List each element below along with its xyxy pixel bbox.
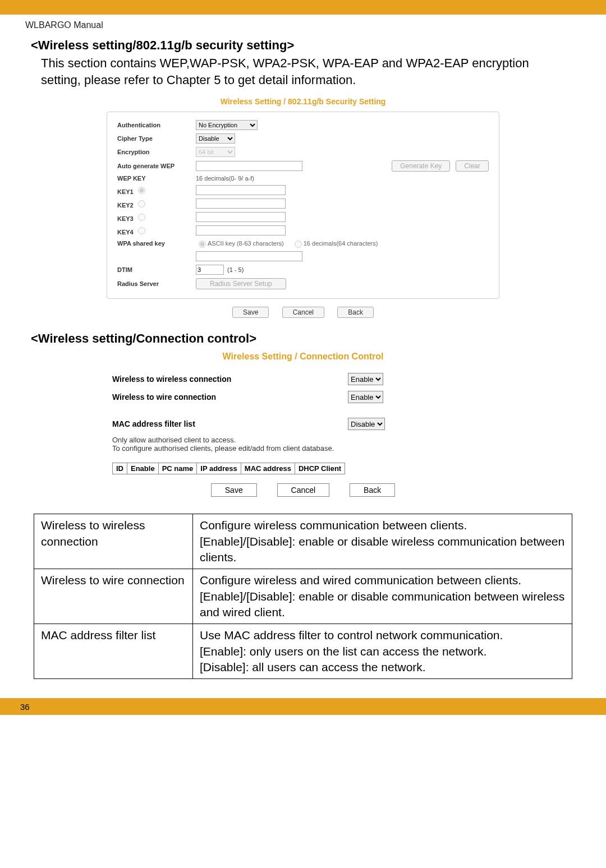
- w2wire-select[interactable]: Enable: [348, 391, 383, 403]
- label-dtim: DTIM: [117, 266, 196, 273]
- encryption-select: 64 bit: [196, 147, 235, 157]
- key2-input[interactable]: [196, 198, 286, 209]
- table-row: MAC address filter list Use MAC address …: [34, 624, 572, 679]
- cancel-button-2[interactable]: Cancel: [277, 483, 330, 497]
- security-setting-panel: Wireless Setting / 802.11g/b Security Se…: [107, 97, 499, 318]
- save-button-2[interactable]: Save: [211, 483, 257, 497]
- back-button[interactable]: Back: [337, 307, 374, 318]
- key1-input[interactable]: [196, 185, 286, 195]
- key4-input[interactable]: [196, 225, 286, 236]
- wpa-hex-radio: [295, 241, 302, 248]
- section-intro: This section contains WEP,WAP-PSK, WPA2-…: [41, 55, 570, 88]
- key2-radio: [138, 200, 145, 207]
- key3-radio: [138, 214, 145, 221]
- table-row: Wireless to wire connection Configure wi…: [34, 569, 572, 624]
- macfilter-note: Only allow authorised client to access. …: [112, 436, 494, 453]
- authentication-select[interactable]: No Encryption: [196, 120, 258, 130]
- desc-text: Configure wireless communication between…: [193, 514, 572, 569]
- key1-radio: [138, 187, 145, 194]
- dtim-input[interactable]: [196, 265, 224, 275]
- key3-input[interactable]: [196, 212, 286, 222]
- label-macfilter: MAC address filter list: [112, 419, 348, 428]
- label-wepkey: WEP KEY: [117, 175, 196, 182]
- description-table: Wireless to wireless connection Configur…: [34, 514, 572, 679]
- label-autogen: Auto generate WEP: [117, 163, 196, 169]
- clear-button[interactable]: Clear: [456, 160, 489, 172]
- cipher-select[interactable]: Disable: [196, 133, 235, 144]
- manual-label: WLBARGO Manual: [25, 20, 581, 30]
- label-authentication: Authentication: [117, 122, 196, 128]
- page-number: 36: [20, 702, 30, 712]
- label-key3: KEY3: [117, 212, 196, 222]
- autogen-input[interactable]: [196, 161, 302, 171]
- macfilter-select[interactable]: Disable: [348, 418, 385, 430]
- label-encryption: Encryption: [117, 149, 196, 155]
- radius-setup-button[interactable]: Radius Server Setup: [196, 278, 286, 289]
- label-key2: KEY2: [117, 198, 196, 209]
- table-row: Wireless to wireless connection Configur…: [34, 514, 572, 569]
- panel2-title: Wireless Setting / Connection Control: [112, 352, 494, 362]
- label-w2w: Wireless to wireless connection: [112, 375, 348, 384]
- dtim-range: (1 - 5): [227, 266, 244, 273]
- back-button-2[interactable]: Back: [350, 483, 395, 497]
- label-w2wire: Wireless to wire connection: [112, 393, 348, 401]
- label-key4: KEY4: [117, 225, 196, 236]
- wepkey-note: 16 decimals(0- 9/ a-f): [196, 175, 254, 182]
- cancel-button[interactable]: Cancel: [282, 307, 324, 318]
- label-wpa: WPA shared key: [117, 240, 196, 247]
- section-header-security: <Wireless setting/802.11g/b security set…: [31, 38, 581, 53]
- panel-title: Wireless Setting / 802.11g/b Security Se…: [107, 97, 499, 106]
- label-radius: Radius Server: [117, 280, 196, 287]
- label-key1: KEY1: [117, 185, 196, 195]
- connection-control-panel: Wireless Setting / Connection Control Wi…: [112, 352, 494, 497]
- desc-label: MAC address filter list: [34, 624, 193, 679]
- save-button[interactable]: Save: [232, 307, 269, 318]
- key4-radio: [138, 227, 145, 234]
- w2w-select[interactable]: Enable: [348, 373, 383, 385]
- page-footer: 36: [0, 698, 606, 715]
- desc-label: Wireless to wireless connection: [34, 514, 193, 569]
- label-cipher: Cipher Type: [117, 135, 196, 142]
- client-table-header: ID Enable PC name IP address MAC address…: [112, 463, 345, 474]
- wpa-ascii-radio: [199, 241, 206, 248]
- desc-text: Use MAC address filter to control networ…: [193, 624, 572, 679]
- generate-key-button[interactable]: Generate Key: [392, 160, 450, 172]
- section-header-connection: <Wireless setting/Connection control>: [31, 331, 581, 346]
- wpa-ascii-label: ASCII key (8-63 characters): [208, 240, 284, 247]
- desc-text: Configure wireless and wired communicati…: [193, 569, 572, 624]
- top-bar: [0, 0, 606, 15]
- desc-label: Wireless to wire connection: [34, 569, 193, 624]
- wpa-key-input[interactable]: [196, 251, 302, 261]
- wpa-hex-label: 16 decimals(64 characters): [304, 240, 378, 247]
